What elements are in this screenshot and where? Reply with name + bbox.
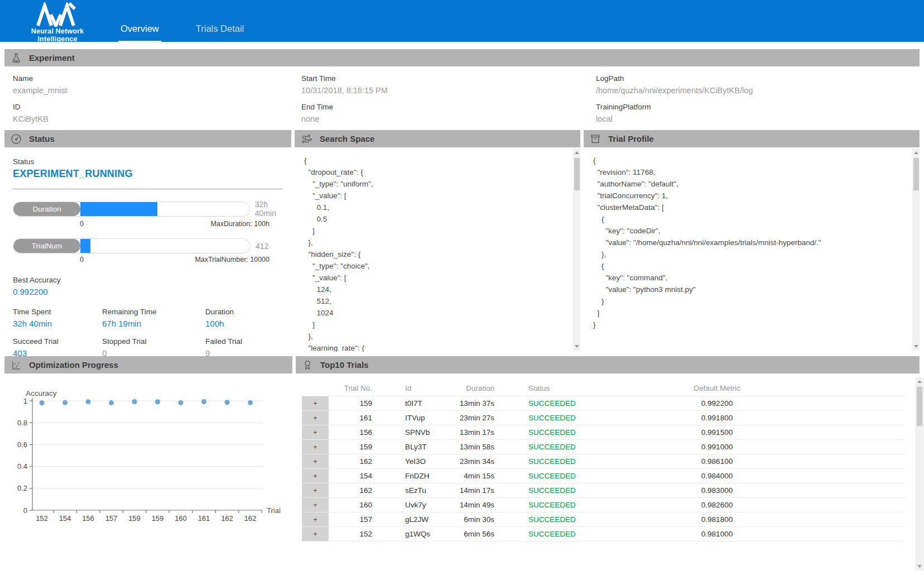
- trial-id-cell: sEzTu: [379, 483, 452, 498]
- trial-id-cell: SPNVb: [379, 425, 452, 440]
- code-line: "_type": "uniform",: [304, 178, 567, 190]
- trial-id-cell: Uvk7y: [379, 498, 452, 512]
- svg-text:0: 0: [23, 506, 27, 515]
- scroll-up-icon[interactable]: [914, 151, 918, 154]
- expand-row-button[interactable]: +: [302, 469, 329, 483]
- trialnum-bar-value: 412: [256, 242, 268, 251]
- filler-cell: [823, 396, 904, 411]
- scroll-down-icon[interactable]: [917, 565, 922, 568]
- duration-bar-fill: [80, 202, 157, 216]
- trialnum-bar-fill: [80, 239, 90, 253]
- stat-failed-trial: Failed Trial 9: [205, 337, 291, 358]
- svg-text:0.4: 0.4: [17, 462, 27, 471]
- svg-text:Trial: Trial: [267, 506, 281, 515]
- field-label: Name: [13, 74, 68, 83]
- trial-id-cell: gL2JW: [379, 512, 452, 527]
- trial-profile-scrollbar[interactable]: [912, 148, 920, 351]
- scroll-down-icon[interactable]: [575, 345, 579, 348]
- svg-text:0.6: 0.6: [17, 440, 27, 449]
- filler-cell: [823, 425, 904, 440]
- filler-cell: [823, 469, 904, 483]
- trial-duration-cell: 14min 49s: [452, 498, 516, 512]
- field-value: example_mnist: [13, 86, 68, 95]
- code-line: },: [304, 237, 567, 248]
- tab-overview[interactable]: Overview: [118, 23, 161, 42]
- trial-metric-cell: 0.986100: [611, 454, 823, 469]
- svg-text:162: 162: [221, 514, 233, 523]
- nav-tabs: Overview Trials Detail: [118, 0, 246, 42]
- expand-row-button[interactable]: +: [302, 512, 329, 527]
- duration-progress-bar: Duration: [13, 202, 250, 217]
- duration-max: MaxDuration: 100h: [210, 220, 270, 228]
- filler-cell: [823, 498, 904, 512]
- field-label: TrainingPlatform: [596, 103, 753, 111]
- table-row: +157gL2JW6min 30sSUCCEEDED0.981800: [302, 512, 904, 527]
- field-value: KCiBytKB: [13, 114, 68, 123]
- filler-cell: [823, 454, 904, 469]
- best-accuracy-value: 0.992200: [13, 287, 291, 296]
- expand-row-button[interactable]: +: [302, 498, 329, 512]
- trial-id-cell: BLy3T: [379, 440, 452, 454]
- tab-trials-detail[interactable]: Trials Detail: [194, 23, 247, 42]
- trial-no-cell: 159: [329, 396, 379, 411]
- trial-profile-panel: { "revision": 11768, "authorName": "defa…: [584, 147, 920, 352]
- medal-icon: [302, 360, 313, 371]
- scrollbar-thumb[interactable]: [913, 158, 919, 190]
- expand-row-button[interactable]: +: [302, 440, 329, 454]
- expand-row-button[interactable]: +: [302, 454, 329, 469]
- expand-row-button[interactable]: +: [302, 425, 329, 440]
- code-line: }: [593, 295, 906, 307]
- duration-min: 0: [80, 220, 84, 228]
- trial-metric-cell: 0.982600: [611, 498, 823, 512]
- code-line: "_value": [: [304, 272, 567, 284]
- col-header-duration: Duration: [452, 380, 516, 396]
- scrollbar-thumb[interactable]: [917, 387, 922, 426]
- trial-profile-json: { "revision": 11768, "authorName": "defa…: [584, 147, 920, 330]
- code-line: {: [593, 260, 906, 272]
- experiment-details: Name example_mnist ID KCiBytKB Start Tim…: [4, 66, 920, 127]
- top10-scrollbar[interactable]: [915, 377, 924, 571]
- expand-row-button[interactable]: +: [302, 483, 329, 498]
- trialnum-progress-bar: TrialNum: [13, 238, 251, 253]
- trial-metric-cell: 0.981800: [611, 512, 823, 527]
- trial-duration-cell: 4min 15s: [452, 469, 516, 483]
- trial-no-cell: 161: [329, 411, 379, 425]
- trial-duration-cell: 14min 17s: [452, 483, 516, 498]
- code-line: },: [304, 330, 567, 342]
- trial-status-cell: SUCCEEDED: [516, 425, 611, 440]
- scroll-up-icon[interactable]: [917, 380, 922, 383]
- expand-row-button[interactable]: +: [302, 396, 329, 411]
- optimization-section-title: Optimization Progress: [29, 360, 118, 370]
- table-row: +152g1WQs6min 56sSUCCEEDED0.981000: [302, 527, 904, 542]
- code-line: 0.5: [304, 213, 567, 225]
- status-label: Status: [13, 157, 291, 166]
- trial-id-cell: t0I7T: [379, 396, 452, 411]
- trial-metric-cell: 0.984000: [611, 469, 823, 483]
- top-navigation-bar: Neural Network Intelligence Overview Tri…: [0, 0, 924, 42]
- svg-text:152: 152: [36, 514, 48, 523]
- code-line: {: [593, 155, 906, 166]
- trial-no-cell: 162: [329, 454, 379, 469]
- stat-duration: Duration 100h: [205, 308, 291, 328]
- trial-duration-cell: 23min 27s: [452, 411, 516, 425]
- expand-row-button[interactable]: +: [302, 527, 329, 542]
- code-line: ]: [593, 307, 906, 319]
- search-space-scrollbar[interactable]: [573, 148, 580, 351]
- svg-text:1: 1: [23, 397, 27, 405]
- status-section-title: Status: [29, 134, 55, 143]
- trial-metric-cell: 0.991800: [611, 411, 823, 425]
- expand-row-button[interactable]: +: [302, 411, 329, 425]
- trial-id-cell: YeI3O: [379, 454, 452, 469]
- scrollbar-thumb[interactable]: [574, 158, 580, 190]
- scroll-down-icon[interactable]: [914, 345, 918, 348]
- trial-status-cell: SUCCEEDED: [516, 454, 611, 469]
- stat-stopped-trial: Stopped Trial 0: [102, 337, 205, 358]
- duration-bar-scale: 0 MaxDuration: 100h: [13, 220, 270, 228]
- top10-section-bar: Top10 Trials: [296, 356, 920, 373]
- trial-status-cell: SUCCEEDED: [516, 483, 611, 498]
- svg-text:156: 156: [82, 514, 94, 523]
- scroll-up-icon[interactable]: [575, 151, 579, 154]
- code-line: 124,: [304, 284, 567, 295]
- col-header-default-metric: Default Metric: [611, 380, 823, 396]
- trial-duration-cell: 6min 56s: [452, 527, 516, 542]
